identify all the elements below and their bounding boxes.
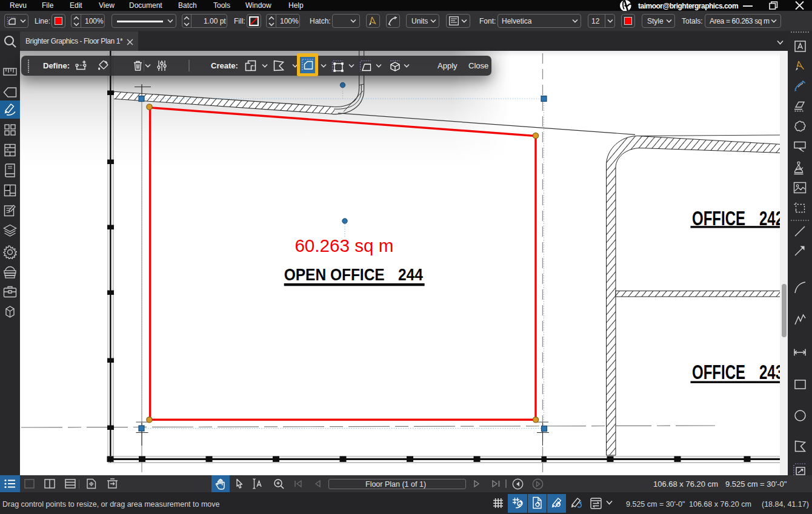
svg-text:OFFICE: OFFICE <box>692 207 745 229</box>
svg-text:OFFICE: OFFICE <box>692 361 745 383</box>
svg-text:60.263 sq m: 60.263 sq m <box>295 236 393 255</box>
svg-text:244: 244 <box>398 265 424 284</box>
svg-text:OPEN OFFICE: OPEN OFFICE <box>284 265 385 284</box>
